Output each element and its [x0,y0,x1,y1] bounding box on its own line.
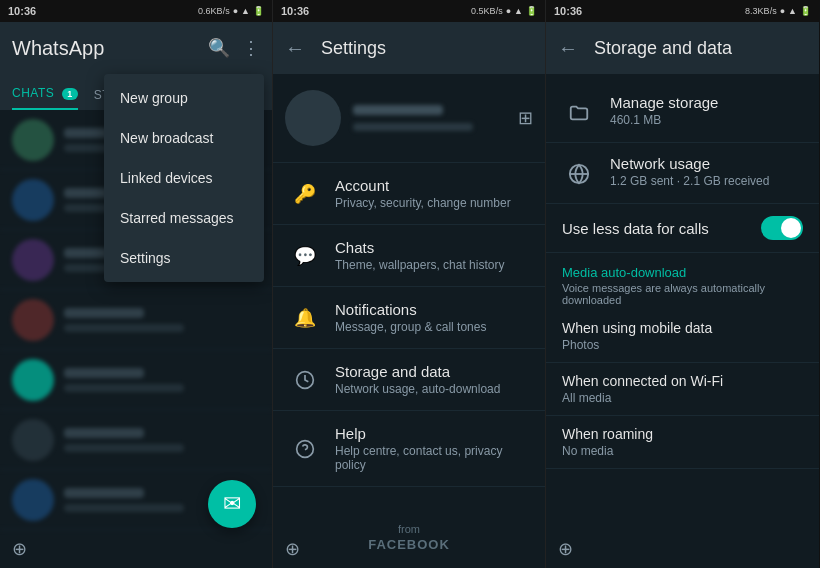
roaming-item[interactable]: When roaming No media [546,416,819,469]
storage-icon [289,364,321,396]
use-less-data-toggle[interactable] [761,216,803,240]
from-facebook: from FACEBOOK [273,507,545,568]
whatsapp-header: WhatsApp 🔍 ⋮ [0,22,272,74]
storage-panel: 10:36 8.3KB/s ● ▲ 🔋 ← Storage and data M… [546,0,819,568]
chats-subtitle: Theme, wallpapers, chat history [335,258,504,272]
help-subtitle: Help centre, contact us, privacy policy [335,444,529,472]
chat-preview [64,324,184,332]
compose-fab[interactable]: ✉ [208,480,256,528]
avatar [12,419,54,461]
media-auto-download-section: Media auto-download Voice messages are a… [546,253,819,310]
network-icon [562,157,596,191]
settings-panel: 10:36 0.5KB/s ● ▲ 🔋 ← Settings ⊞ 🔑 Accou… [273,0,546,568]
roaming-subtitle: No media [562,444,803,458]
invite-friend-item[interactable]: 👥 Invite a friend [273,487,545,507]
chat-icon: 💬 [289,240,321,272]
chat-preview [64,444,184,452]
roaming-title: When roaming [562,426,803,442]
manage-storage-item[interactable]: Manage storage 460.1 MB [546,82,819,143]
manage-storage-title: Manage storage [610,94,718,111]
tab-chats[interactable]: CHATS 1 [12,86,78,110]
settings-title: Settings [321,38,386,59]
list-item[interactable] [0,410,272,470]
settings-item-chats[interactable]: 💬 Chats Theme, wallpapers, chat history [273,225,545,287]
signal-icon-3: ● [780,6,785,16]
facebook-label: FACEBOOK [289,537,529,552]
settings-list: 🔑 Account Privacy, security, change numb… [273,163,545,507]
avatar [12,239,54,281]
network-usage-title: Network usage [610,155,769,172]
list-item[interactable] [0,350,272,410]
zoom-icon-2[interactable]: ⊕ [285,538,300,560]
time-1: 10:36 [8,5,36,17]
notifications-subtitle: Message, group & call tones [335,320,486,334]
battery-icon-2: 🔋 [526,6,537,16]
account-title: Account [335,177,511,194]
storage-subtitle: Network usage, auto-download [335,382,500,396]
network-usage-subtitle: 1.2 GB sent · 2.1 GB received [610,174,769,188]
wifi-title: When connected on Wi-Fi [562,373,803,389]
compose-icon: ✉ [223,491,241,517]
avatar [12,479,54,521]
wifi-icon: ▲ [241,6,250,16]
menu-item-new-broadcast[interactable]: New broadcast [104,118,264,158]
chat-name [64,488,144,498]
profile-number [353,123,473,131]
media-section-title: Media auto-download [562,265,803,280]
use-less-data-row[interactable]: Use less data for calls [546,204,819,253]
from-label: from [289,523,529,535]
menu-item-starred-messages[interactable]: Starred messages [104,198,264,238]
bell-icon: 🔔 [289,302,321,334]
wifi-icon-3: ▲ [788,6,797,16]
storage-title: Storage and data [335,363,500,380]
status-bar-2: 10:36 0.5KB/s ● ▲ 🔋 [273,0,545,22]
account-subtitle: Privacy, security, change number [335,196,511,210]
back-button-storage[interactable]: ← [558,37,578,60]
chats-title: Chats [335,239,504,256]
mobile-data-title: When using mobile data [562,320,803,336]
battery-icon: 🔋 [253,6,264,16]
avatar [12,299,54,341]
profile-section[interactable]: ⊞ [273,74,545,163]
menu-item-settings[interactable]: Settings [104,238,264,278]
wifi-item[interactable]: When connected on Wi-Fi All media [546,363,819,416]
list-item[interactable] [0,290,272,350]
zoom-icon-3[interactable]: ⊕ [558,538,573,560]
avatar [12,179,54,221]
settings-item-notifications[interactable]: 🔔 Notifications Message, group & call to… [273,287,545,349]
qr-icon[interactable]: ⊞ [518,107,533,129]
wifi-icon-2: ▲ [514,6,523,16]
app-title: WhatsApp [12,37,104,60]
media-section-subtitle: Voice messages are always automatically … [562,282,803,306]
chat-name [64,308,144,318]
chat-badge: 1 [62,88,78,100]
chat-preview [64,384,184,392]
status-bar-3: 10:36 8.3KB/s ● ▲ 🔋 [546,0,819,22]
network-usage-item[interactable]: Network usage 1.2 GB sent · 2.1 GB recei… [546,143,819,204]
more-icon[interactable]: ⋮ [242,37,260,59]
key-icon: 🔑 [289,178,321,210]
settings-item-help[interactable]: Help Help centre, contact us, privacy po… [273,411,545,487]
settings-item-account[interactable]: 🔑 Account Privacy, security, change numb… [273,163,545,225]
storage-header: ← Storage and data [546,22,819,74]
mobile-data-item[interactable]: When using mobile data Photos [546,310,819,363]
search-icon[interactable]: 🔍 [208,37,230,59]
avatar [12,119,54,161]
settings-header: ← Settings [273,22,545,74]
context-menu: New group New broadcast Linked devices S… [104,74,264,282]
help-icon [289,433,321,465]
storage-list: Manage storage 460.1 MB Network usage 1.… [546,74,819,568]
notifications-title: Notifications [335,301,486,318]
settings-item-storage[interactable]: Storage and data Network usage, auto-dow… [273,349,545,411]
battery-icon-3: 🔋 [800,6,811,16]
signal-icon-2: ● [506,6,511,16]
profile-name [353,105,443,115]
back-button[interactable]: ← [285,37,305,60]
menu-item-linked-devices[interactable]: Linked devices [104,158,264,198]
zoom-icon-1[interactable]: ⊕ [12,538,27,560]
menu-item-new-group[interactable]: New group [104,78,264,118]
wifi-subtitle: All media [562,391,803,405]
whatsapp-panel: 10:36 0.6KB/s ● ▲ 🔋 WhatsApp 🔍 ⋮ CHATS 1… [0,0,273,568]
profile-avatar [285,90,341,146]
storage-title: Storage and data [594,38,732,59]
